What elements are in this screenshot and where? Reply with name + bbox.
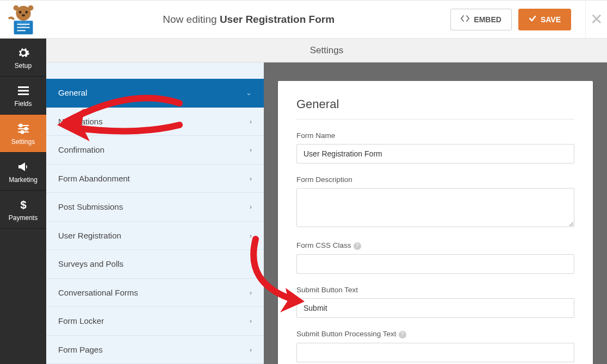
submenu-surveys-and-polls[interactable]: Surveys and Polls <box>46 250 264 279</box>
svg-point-2 <box>25 11 28 14</box>
title-prefix: Now editing <box>163 14 220 25</box>
wpforms-logo <box>7 3 40 36</box>
svg-point-18 <box>21 130 23 133</box>
svg-point-16 <box>19 124 22 127</box>
svg-rect-7 <box>17 23 29 24</box>
nav-payments[interactable]: $Payments <box>0 191 46 229</box>
submenu-label: Notifications <box>58 117 103 126</box>
panel-heading: General <box>296 97 574 120</box>
topbar: Now editing User Registration Form EMBED… <box>0 1 607 39</box>
form-name-title: User Registration Form <box>220 14 335 25</box>
submenu-label: Form Pages <box>58 345 103 354</box>
submenu-form-pages[interactable]: Form Pages› <box>46 336 264 365</box>
general-panel: General Form Name Form Description Form … <box>278 81 593 364</box>
submit-button-text-label: Submit Button Text <box>296 286 574 294</box>
nav-settings[interactable]: Settings <box>0 115 46 153</box>
settings-submenu: General⌄Notifications›Confirmation›Form … <box>46 62 264 364</box>
nav-fields[interactable]: Fields <box>0 77 46 115</box>
submenu-confirmation[interactable]: Confirmation› <box>46 136 264 165</box>
code-icon <box>461 15 469 24</box>
sliders-icon <box>16 122 30 136</box>
submenu-label: Conversational Forms <box>58 288 138 297</box>
submenu-label: Surveys and Polls <box>58 259 123 268</box>
form-name-label: Form Name <box>296 131 574 140</box>
chevron-right-icon: › <box>250 288 252 297</box>
chevron-right-icon: › <box>250 146 252 154</box>
nav-label: Payments <box>9 214 38 222</box>
editing-title: Now editing User Registration Form <box>47 14 450 26</box>
chevron-down-icon: ⌄ <box>246 89 252 97</box>
chevron-right-icon: › <box>250 117 252 125</box>
nav-label: Fields <box>14 100 32 108</box>
nav-label: Setup <box>15 62 32 70</box>
svg-rect-8 <box>17 27 29 28</box>
list-icon <box>16 84 30 98</box>
form-name-input[interactable] <box>296 144 574 164</box>
nav-rail: SetupFieldsSettingsMarketing$Payments <box>0 39 46 364</box>
svg-point-3 <box>22 14 25 16</box>
embed-button[interactable]: EMBED <box>450 9 512 30</box>
save-button[interactable]: SAVE <box>518 9 571 30</box>
submenu-form-abandonment[interactable]: Form Abandonment› <box>46 165 264 193</box>
settings-canvas: General Form Name Form Description Form … <box>264 62 607 364</box>
submenu-post-submissions[interactable]: Post Submissions› <box>46 193 264 222</box>
submenu-notifications[interactable]: Notifications› <box>46 108 264 136</box>
submenu-user-registration[interactable]: User Registration› <box>46 222 264 250</box>
svg-rect-12 <box>18 93 29 95</box>
svg-rect-10 <box>18 86 29 88</box>
help-icon[interactable]: ? <box>354 242 361 250</box>
chevron-right-icon: › <box>250 231 252 240</box>
chevron-right-icon: › <box>250 346 252 354</box>
submenu-label: Confirmation <box>58 145 104 154</box>
chevron-right-icon: › <box>250 174 252 183</box>
submenu-label: General <box>58 88 87 97</box>
page-title: Settings <box>46 39 607 62</box>
bullhorn-icon <box>16 160 30 174</box>
submenu-label: User Registration <box>58 231 121 240</box>
gear-icon <box>16 46 30 60</box>
form-description-label: Form Description <box>296 175 574 184</box>
nav-marketing[interactable]: Marketing <box>0 153 46 191</box>
submenu-label: Form Locker <box>58 316 104 325</box>
nav-label: Marketing <box>9 176 38 184</box>
submenu-label: Post Submissions <box>58 202 123 211</box>
submenu-label: Form Abandonment <box>58 174 130 183</box>
save-label: SAVE <box>541 15 561 24</box>
close-button[interactable]: ✕ <box>585 1 607 39</box>
nav-setup[interactable]: Setup <box>0 39 46 77</box>
submenu-form-locker[interactable]: Form Locker› <box>46 307 264 336</box>
svg-point-4 <box>14 5 19 10</box>
svg-point-1 <box>19 11 22 14</box>
help-icon[interactable]: ? <box>399 331 406 338</box>
embed-label: EMBED <box>474 15 501 24</box>
submenu-general[interactable]: General⌄ <box>46 79 264 108</box>
chevron-right-icon: › <box>250 203 252 211</box>
svg-point-5 <box>28 5 34 10</box>
form-css-class-input[interactable] <box>296 254 574 274</box>
form-description-input[interactable] <box>296 188 574 227</box>
chevron-right-icon: › <box>250 317 252 325</box>
submit-processing-text-label: Submit Button Processing Text? <box>296 330 574 338</box>
dollar-icon: $ <box>16 198 30 212</box>
svg-rect-9 <box>17 30 26 31</box>
svg-text:$: $ <box>20 199 26 211</box>
nav-label: Settings <box>11 138 35 146</box>
submit-button-text-input[interactable] <box>296 298 574 318</box>
check-icon <box>529 15 536 24</box>
svg-point-17 <box>24 127 27 130</box>
form-css-class-label: Form CSS Class? <box>296 241 574 250</box>
submenu-conversational-forms[interactable]: Conversational Forms› <box>46 279 264 307</box>
svg-rect-11 <box>18 90 29 91</box>
submit-processing-text-input[interactable] <box>296 343 574 362</box>
